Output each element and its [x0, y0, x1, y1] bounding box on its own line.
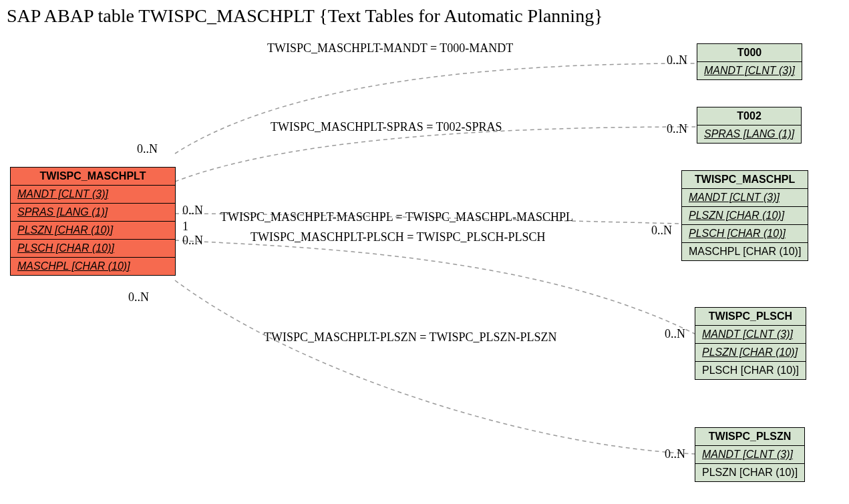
entity-header: T000 [697, 44, 802, 62]
field-mandt: MANDT [CLNT (3)] [695, 326, 806, 344]
field-maschpl: MASCHPL [CHAR (10)] [682, 243, 808, 260]
field-plszn: PLSZN [CHAR (10)] [695, 344, 806, 362]
rel-label-mandt: TWISPC_MASCHPLT-MANDT = T000-MANDT [267, 41, 513, 55]
rel-label-plsch: TWISPC_MASCHPLT-PLSCH = TWISPC_PLSCH-PLS… [250, 230, 546, 244]
entity-twispc-plsch: TWISPC_PLSCH MANDT [CLNT (3)] PLSZN [CHA… [695, 307, 806, 380]
cardinality: 0..N [182, 204, 203, 218]
field-mandt: MANDT [CLNT (3)] [682, 189, 808, 207]
field-plszn: PLSZN [CHAR (10)] [11, 222, 175, 240]
entity-header: T002 [697, 107, 801, 125]
field-spras: SPRAS [LANG (1)] [11, 204, 175, 222]
field-spras: SPRAS [LANG (1)] [697, 125, 801, 143]
entity-twispc-maschplt: TWISPC_MASCHPLT MANDT [CLNT (3)] SPRAS [… [10, 167, 176, 276]
entity-twispc-maschpl: TWISPC_MASCHPL MANDT [CLNT (3)] PLSZN [C… [681, 170, 808, 261]
cardinality: 0..N [137, 142, 158, 156]
field-maschpl: MASCHPL [CHAR (10)] [11, 258, 175, 275]
field-mandt: MANDT [CLNT (3)] [697, 62, 802, 79]
cardinality: 0..N [665, 447, 685, 461]
page-title: SAP ABAP table TWISPC_MASCHPLT {Text Tab… [7, 5, 603, 27]
entity-header: TWISPC_MASCHPLT [11, 168, 175, 186]
field-plsch: PLSCH [CHAR (10)] [695, 362, 806, 379]
rel-label-plszn: TWISPC_MASCHPLT-PLSZN = TWISPC_PLSZN-PLS… [264, 330, 557, 344]
field-plszn: PLSZN [CHAR (10)] [695, 464, 804, 481]
field-plsch: PLSCH [CHAR (10)] [682, 225, 808, 243]
entity-t000: T000 MANDT [CLNT (3)] [697, 43, 802, 80]
entity-header: TWISPC_PLSZN [695, 428, 804, 446]
field-mandt: MANDT [CLNT (3)] [11, 186, 175, 204]
entity-twispc-plszn: TWISPC_PLSZN MANDT [CLNT (3)] PLSZN [CHA… [695, 427, 805, 482]
cardinality: 0..N [667, 53, 687, 67]
field-plszn: PLSZN [CHAR (10)] [682, 207, 808, 225]
entity-header: TWISPC_MASCHPL [682, 171, 808, 189]
field-mandt: MANDT [CLNT (3)] [695, 446, 804, 464]
cardinality: 0..N [667, 122, 687, 136]
rel-label-maschpl: TWISPC_MASCHPLT-MASCHPL = TWISPC_MASCHPL… [220, 210, 573, 224]
cardinality: 0..N [182, 234, 203, 248]
cardinality: 1 [182, 220, 188, 234]
entity-header: TWISPC_PLSCH [695, 308, 806, 326]
cardinality: 0..N [128, 290, 149, 304]
cardinality: 0..N [665, 327, 685, 341]
rel-label-spras: TWISPC_MASCHPLT-SPRAS = T002-SPRAS [271, 120, 502, 134]
field-plsch: PLSCH [CHAR (10)] [11, 240, 175, 258]
entity-t002: T002 SPRAS [LANG (1)] [697, 107, 802, 144]
cardinality: 0..N [651, 224, 672, 238]
